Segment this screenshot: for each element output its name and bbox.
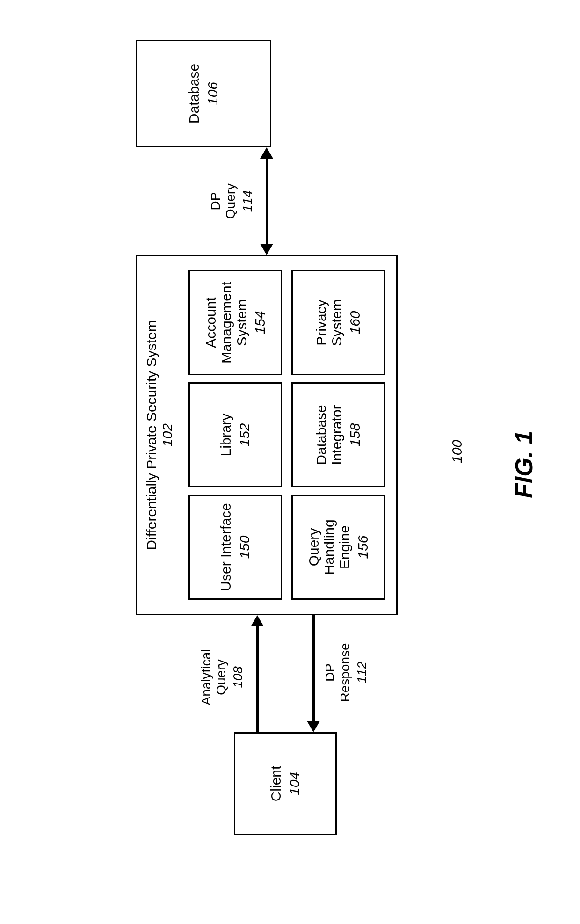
client-title: Client: [268, 766, 284, 802]
arrow-analytical-query-head: [251, 615, 264, 626]
arrow-dp-response-head: [307, 721, 320, 732]
arrow-dp-query-head-l: [260, 244, 273, 255]
arrow-dp-response: [312, 615, 315, 723]
arrow-dp-query-head-r: [260, 147, 273, 159]
system-title: Differentially Private Security System: [144, 320, 159, 550]
module-db-integrator: Database Integrator 158: [291, 382, 385, 487]
diagram-stage: Client 104 Analytical Query 108 DP Respo…: [0, 0, 580, 924]
module-privacy: Privacy System 160: [291, 270, 385, 375]
module-user-interface: User Interface 150: [188, 495, 282, 600]
database-num: 106: [205, 82, 221, 105]
database-title: Database: [186, 64, 203, 124]
label-dp-response: DP Response 112: [323, 632, 370, 713]
client-num: 104: [287, 772, 303, 795]
system-box: Differentially Private Security System 1…: [136, 255, 398, 615]
figure-label: FIG. 1: [510, 431, 538, 498]
label-analytical-query: Analytical Query 108: [199, 636, 246, 718]
module-query-engine: Query Handling Engine 156: [291, 495, 385, 600]
figure-ref-100: 100: [449, 440, 465, 463]
module-library: Library 152: [188, 382, 282, 487]
arrow-analytical-query: [256, 625, 259, 732]
database-box: Database 106: [136, 40, 271, 147]
client-box: Client 104: [234, 732, 337, 835]
label-dp-query: DP Query 114: [208, 166, 255, 236]
module-account-mgmt: Account Management System 154: [188, 270, 282, 375]
arrow-dp-query: [266, 157, 268, 246]
system-num: 102: [160, 423, 175, 447]
